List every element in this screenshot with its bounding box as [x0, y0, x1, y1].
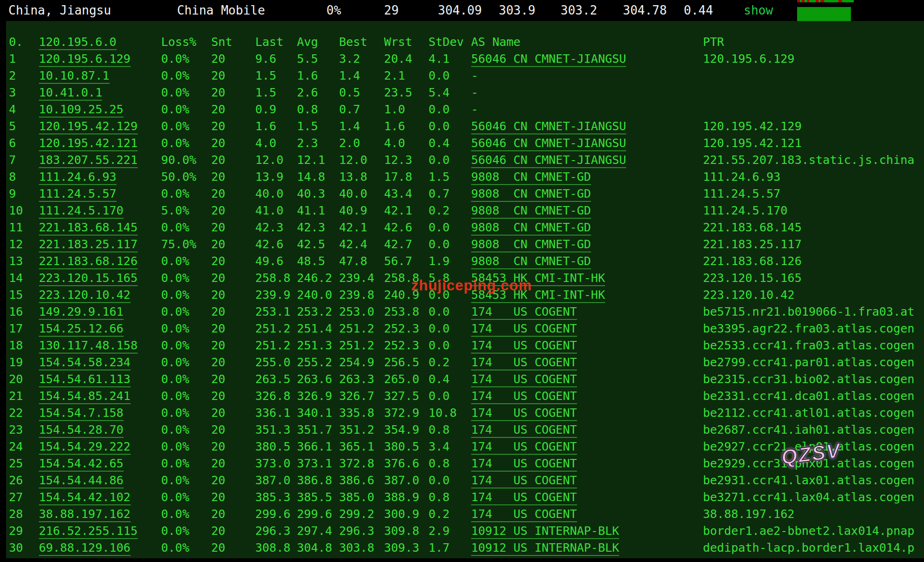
as-link[interactable]: 56046 CN CMNET-JIANGSU [471, 136, 626, 151]
as-link[interactable]: 9808 CN CMNET-GD [471, 221, 591, 236]
header-best-cell: Best [339, 34, 384, 51]
as-link[interactable]: 56046 CN CMNET-JIANGSU [471, 153, 626, 168]
as-link[interactable]: 174 US COGENT [471, 305, 577, 320]
ip-link[interactable]: 10.109.25.25 [39, 103, 124, 118]
ip-link[interactable]: 154.54.29.222 [39, 440, 131, 455]
as-cell: 174 US COGENT [471, 303, 703, 320]
as-link[interactable]: 10912 US INTERNAP-BLK [471, 541, 619, 556]
ip-link[interactable]: 221.183.68.126 [39, 254, 138, 269]
wrst-cell: 42.6 [384, 219, 429, 236]
hop-row: 27154.54.42.1020.0%20385.3385.5385.0388.… [9, 489, 924, 506]
ptr-cell: be2931.ccr41.lax01.atlas.cogen [703, 472, 924, 489]
ip-link[interactable]: 216.52.255.115 [39, 524, 138, 539]
last-cell: 296.3 [255, 523, 297, 540]
ip-link[interactable]: 221.183.68.145 [39, 221, 138, 236]
loss-cell: 0.0% [161, 185, 211, 202]
as-link[interactable]: 174 US COGENT [471, 473, 577, 488]
as-link[interactable]: 10912 US INTERNAP-BLK [471, 524, 619, 539]
as-link[interactable]: 174 US COGENT [471, 507, 577, 522]
ip-link[interactable]: 221.183.25.117 [39, 237, 138, 252]
ip-link[interactable]: 154.54.61.113 [39, 372, 131, 387]
ip-link[interactable]: 120.195.42.121 [39, 136, 138, 151]
as-link[interactable]: 174 US COGENT [471, 423, 577, 438]
ip-link[interactable]: 111.24.5.57 [39, 187, 117, 202]
stdev-cell: 0.7 [429, 185, 471, 202]
ip-link[interactable]: 111.24.6.93 [39, 170, 117, 185]
last-cell: 263.5 [255, 371, 297, 388]
ip-link[interactable]: 38.88.197.162 [39, 507, 131, 522]
as-cell: 56046 CN CMNET-JIANGSU [471, 135, 703, 152]
ip-link[interactable]: 154.54.42.102 [39, 490, 131, 505]
as-link[interactable]: 9808 CN CMNET-GD [471, 187, 591, 202]
as-link[interactable]: 174 US COGENT [471, 355, 577, 370]
as-link[interactable]: 56046 CN CMNET-JIANGSU [471, 52, 626, 67]
ip-link[interactable]: 154.54.58.234 [39, 355, 131, 370]
hop-row: 7183.207.55.22190.0%2012.012.112.012.30.… [9, 152, 924, 169]
ip-link[interactable]: 154.54.28.70 [39, 423, 124, 438]
ip-link[interactable]: 223.120.10.42 [39, 288, 131, 303]
as-link[interactable]: 174 US COGENT [471, 322, 577, 337]
ip-link[interactable]: 120.195.42.129 [39, 119, 138, 134]
ip-link[interactable]: 154.54.85.241 [39, 389, 131, 404]
hop-cell: 6 [9, 135, 39, 152]
hop-cell: 5 [9, 118, 39, 135]
ip-link[interactable]: 120.195.6.129 [39, 52, 131, 67]
as-link[interactable]: 174 US COGENT [471, 339, 577, 354]
ip-cell: 10.41.0.1 [39, 84, 161, 101]
as-link[interactable]: 9808 CN CMNET-GD [471, 170, 591, 185]
as-cell: 174 US COGENT [471, 354, 703, 371]
as-link[interactable]: 9808 CN CMNET-GD [471, 204, 591, 219]
ip-link[interactable]: 10.10.87.1 [39, 69, 110, 84]
ip-link[interactable]: 154.25.12.66 [39, 322, 124, 337]
show-link[interactable]: show [744, 0, 773, 21]
avg-cell: 40.3 [297, 185, 339, 202]
wrst-cell: 1.0 [384, 101, 429, 118]
avg-cell: 48.5 [297, 253, 339, 270]
last-cell: 1.5 [255, 84, 297, 101]
hop-row: 20154.54.61.1130.0%20263.5263.6263.3265.… [9, 371, 924, 388]
as-cell: 9808 CN CMNET-GD [471, 185, 703, 202]
hop-row: 19154.54.58.2340.0%20255.0255.2254.9256.… [9, 354, 924, 371]
loss-cell: 0.0% [161, 354, 211, 371]
mtr-header-row: 0.120.195.6.0Loss%SntLastAvgBestWrstStDe… [9, 34, 924, 51]
as-link[interactable]: 174 US COGENT [471, 457, 577, 472]
as-link[interactable]: 56046 CN CMNET-JIANGSU [471, 119, 626, 134]
summary-bar: China, Jiangsu China Mobile 0% 29 304.09… [0, 0, 924, 21]
ip-link[interactable]: 223.120.15.165 [39, 271, 138, 286]
avg-cell: 1.5 [297, 118, 339, 135]
loss-cell: 0.0% [161, 422, 211, 438]
ip-link[interactable]: 10.41.0.1 [39, 86, 102, 101]
ip-link[interactable]: 154.54.44.86 [39, 473, 124, 488]
avg-cell: 240.0 [297, 287, 339, 303]
ip-link[interactable]: 183.207.55.221 [39, 153, 138, 168]
last-cell: 12.0 [255, 152, 297, 169]
as-link[interactable]: 174 US COGENT [471, 490, 577, 505]
summary-isp: China Mobile [177, 0, 265, 21]
best-cell: 1.4 [339, 67, 384, 84]
ip-link[interactable]: 149.29.9.161 [39, 305, 124, 320]
as-link[interactable]: 9808 CN CMNET-GD [471, 237, 591, 252]
ip-link[interactable]: 130.117.48.158 [39, 339, 138, 354]
ptr-cell: 221.55.207.183.static.js.china [703, 152, 924, 169]
as-cell: 10912 US INTERNAP-BLK [471, 523, 703, 540]
ip-link[interactable]: 154.54.42.65 [39, 457, 124, 472]
ip-link[interactable]: 120.195.6.0 [39, 35, 117, 50]
hop-row: 29216.52.255.1150.0%20296.3297.4296.3309… [9, 523, 924, 540]
ip-link[interactable]: 111.24.5.170 [39, 204, 124, 219]
hop-cell: 15 [9, 287, 39, 303]
as-link[interactable]: 9808 CN CMNET-GD [471, 254, 591, 269]
ip-link[interactable]: 154.54.7.158 [39, 406, 124, 421]
as-link[interactable]: 174 US COGENT [471, 389, 577, 404]
stdev-cell: 0.0 [429, 67, 471, 84]
as-link[interactable]: 174 US COGENT [471, 406, 577, 421]
hop-cell: 9 [9, 185, 39, 202]
ip-link[interactable]: 69.88.129.106 [39, 541, 131, 556]
as-cell: 10912 US INTERNAP-BLK [471, 540, 703, 556]
avg-cell: 385.5 [297, 489, 339, 506]
as-link[interactable]: 174 US COGENT [471, 372, 577, 387]
summary-wrst: 304.78 [623, 0, 667, 21]
summary-loss: 0% [326, 0, 341, 21]
as-link[interactable]: 174 US COGENT [471, 440, 577, 455]
avg-cell: 366.1 [297, 438, 339, 455]
last-cell: 13.9 [255, 169, 297, 185]
